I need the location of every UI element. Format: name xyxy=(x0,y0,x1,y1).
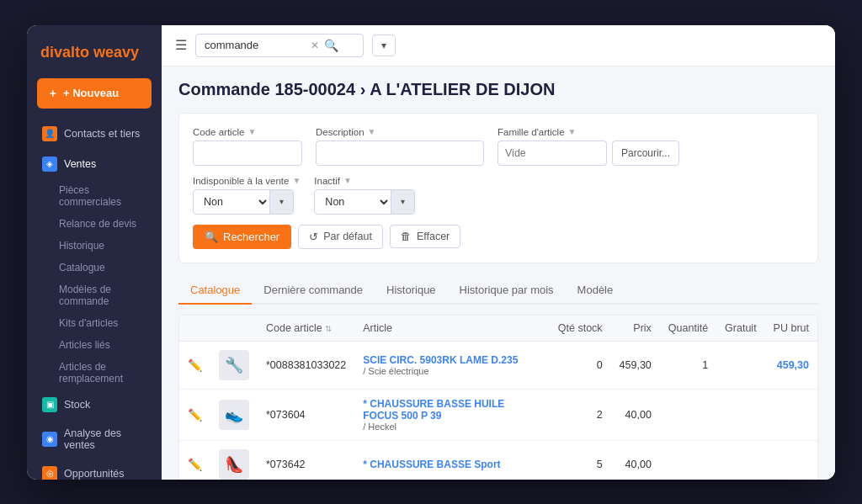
clear-btn-icon: 🗑 xyxy=(401,231,412,242)
row-img: 🔧 xyxy=(210,341,258,389)
famille-input-wrap: Parcourir... xyxy=(498,141,679,166)
row-pu-brut xyxy=(765,440,817,480)
product-sub-1: / Scie électrique xyxy=(363,366,541,376)
menu-icon[interactable]: ☰ xyxy=(175,37,187,53)
sidebar: divalto weavy ＋ + Nouveau 👤 Contacts et … xyxy=(27,25,162,480)
default-button[interactable]: ↺ Par défaut xyxy=(298,225,383,249)
table-row: ✏️ 👟 *073604 * CHAUSSURE BASSE HUILE FOC… xyxy=(179,389,817,440)
indisponible-label: Indisponible à la vente ▼ xyxy=(193,176,301,186)
logo-main: divalto xyxy=(40,44,93,61)
sidebar-subitem-catalogue[interactable]: Catalogue xyxy=(27,257,162,279)
product-name-2[interactable]: * CHAUSSURE BASSE HUILE FOCUS 500 P 39 xyxy=(363,398,541,422)
row-edit-icon[interactable]: ✏️ xyxy=(179,389,210,440)
row-quantite: 1 xyxy=(660,341,716,389)
filter-code-icon: ▼ xyxy=(247,127,256,136)
search-button[interactable]: 🔍 Rechercher xyxy=(193,225,291,249)
clear-button[interactable]: 🗑 Effacer xyxy=(390,225,460,248)
th-pu-brut: PU brut xyxy=(765,316,817,342)
inactif-arrow: ▾ xyxy=(391,190,414,214)
product-name-1[interactable]: SCIE CIRC. 5903RK LAME D.235 xyxy=(363,354,541,366)
inactif-label: Inactif ▼ xyxy=(314,176,415,186)
product-image-2: 👟 xyxy=(219,400,249,430)
filter-famille-group: Famille d'article ▼ Parcourir... xyxy=(498,127,679,166)
product-name-3[interactable]: * CHAUSSURE BASSE Sport xyxy=(363,459,541,470)
table-row: ✏️ 🔧 *0088381033022 SCIE CIRC. 5903RK LA… xyxy=(179,341,817,389)
sidebar-subitem-lies[interactable]: Articles liés xyxy=(27,334,162,356)
indisponible-select[interactable]: Non Oui xyxy=(194,191,269,213)
row-edit-icon[interactable]: ✏️ xyxy=(179,440,210,480)
sidebar-subitem-modeles[interactable]: Modèles de commande xyxy=(27,279,162,312)
row-code: *073642 xyxy=(258,440,354,480)
row-prix: 459,30 xyxy=(611,341,660,389)
filter-indisponible-icon: ▼ xyxy=(292,176,301,185)
th-code[interactable]: Code article ⇅ xyxy=(258,316,354,342)
famille-label: Famille d'article ▼ xyxy=(498,127,679,137)
search-input[interactable] xyxy=(205,39,306,51)
ventes-submenu: Pièces commerciales Relance de devis His… xyxy=(27,179,162,390)
opportunites-icon: ◎ xyxy=(42,466,57,480)
main-content: ☰ ✕ 🔍 ▾ Commande 185-00024 › A L'ATELIER… xyxy=(162,25,835,480)
sidebar-item-contacts[interactable]: 👤 Contacts et tiers xyxy=(30,119,158,148)
sort-icon: ⇅ xyxy=(325,324,332,333)
sidebar-subitem-remplacement[interactable]: Articles de remplacement xyxy=(27,356,162,390)
filter-inactif-icon: ▼ xyxy=(343,176,352,185)
tab-catalogue[interactable]: Catalogue xyxy=(178,277,252,305)
sidebar-item-stock-label: Stock xyxy=(64,399,90,411)
tab-modele[interactable]: Modèle xyxy=(566,277,625,305)
sidebar-subitem-kits[interactable]: Kits d'articles xyxy=(27,312,162,334)
row-gratuit xyxy=(716,440,765,480)
sidebar-item-ventes-label: Ventes xyxy=(64,158,96,170)
famille-input[interactable] xyxy=(498,141,607,166)
row-pu-brut: 459,30 xyxy=(765,341,817,389)
row-qte: 0 xyxy=(550,341,611,389)
products-tbody: ✏️ 🔧 *0088381033022 SCIE CIRC. 5903RK LA… xyxy=(179,341,817,480)
filter-famille-icon: ▼ xyxy=(568,127,577,136)
row-qte: 2 xyxy=(550,389,611,440)
sidebar-subitem-historique[interactable]: Historique xyxy=(27,235,162,257)
row-article: * CHAUSSURE BASSE HUILE FOCUS 500 P 39 /… xyxy=(354,389,550,440)
tab-derniere[interactable]: Dernière commande xyxy=(252,277,375,305)
filter-form: Code article ▼ Description ▼ xyxy=(178,113,818,263)
description-input[interactable] xyxy=(316,141,484,166)
tab-historique[interactable]: Historique xyxy=(375,277,448,305)
filter-code-article-group: Code article ▼ xyxy=(193,127,302,166)
ventes-icon: ◈ xyxy=(42,157,57,172)
tab-historique-mois[interactable]: Historique par mois xyxy=(448,277,566,305)
topbar: ☰ ✕ 🔍 ▾ xyxy=(162,25,835,66)
contacts-icon: 👤 xyxy=(42,126,57,141)
analyse-icon: ◉ xyxy=(42,432,57,447)
th-quantite: Quantité xyxy=(660,316,716,342)
filter-description-group: Description ▼ xyxy=(316,127,484,166)
search-box: ✕ 🔍 xyxy=(195,34,364,57)
inactif-select-wrap: Non Oui ▾ xyxy=(314,189,415,215)
default-btn-label: Par défaut xyxy=(323,231,372,242)
row-prix: 40,00 xyxy=(611,389,660,440)
page-content: Commande 185-00024 › A L'ATELIER DE DIJO… xyxy=(162,66,835,480)
th-gratuit: Gratuit xyxy=(716,316,765,342)
search-submit-icon[interactable]: 🔍 xyxy=(324,39,338,52)
logo: divalto weavy xyxy=(27,25,162,75)
row-code: *0088381033022 xyxy=(258,341,354,389)
sidebar-item-stock[interactable]: ▣ Stock xyxy=(30,390,158,419)
inactif-select[interactable]: Non Oui xyxy=(315,191,391,213)
row-edit-icon[interactable]: ✏️ xyxy=(179,341,210,389)
indisponible-arrow: ▾ xyxy=(269,190,293,214)
topbar-dropdown[interactable]: ▾ xyxy=(372,34,396,56)
sidebar-item-analyse[interactable]: ◉ Analyse des ventes xyxy=(30,421,158,458)
code-article-input[interactable] xyxy=(193,141,302,166)
sidebar-subitem-relance[interactable]: Relance de devis xyxy=(27,213,162,235)
filter-row-2: Indisponible à la vente ▼ Non Oui ▾ xyxy=(193,176,804,215)
code-article-label: Code article ▼ xyxy=(193,127,302,137)
sidebar-item-ventes[interactable]: ◈ Ventes xyxy=(30,150,158,178)
new-button[interactable]: ＋ + Nouveau xyxy=(37,78,152,109)
sidebar-item-contacts-label: Contacts et tiers xyxy=(64,128,140,140)
sidebar-subitem-pieces[interactable]: Pièces commerciales xyxy=(27,179,162,213)
row-gratuit xyxy=(716,341,765,389)
filter-inactif-group: Inactif ▼ Non Oui ▾ xyxy=(314,176,415,215)
app-frame: divalto weavy ＋ + Nouveau 👤 Contacts et … xyxy=(27,25,835,480)
sidebar-item-opportunites[interactable]: ◎ Opportunités xyxy=(30,459,158,480)
browse-button[interactable]: Parcourir... xyxy=(612,141,679,166)
sidebar-item-opportunites-label: Opportunités xyxy=(64,468,125,480)
search-clear-icon[interactable]: ✕ xyxy=(311,40,319,51)
search-btn-icon: 🔍 xyxy=(205,231,218,243)
